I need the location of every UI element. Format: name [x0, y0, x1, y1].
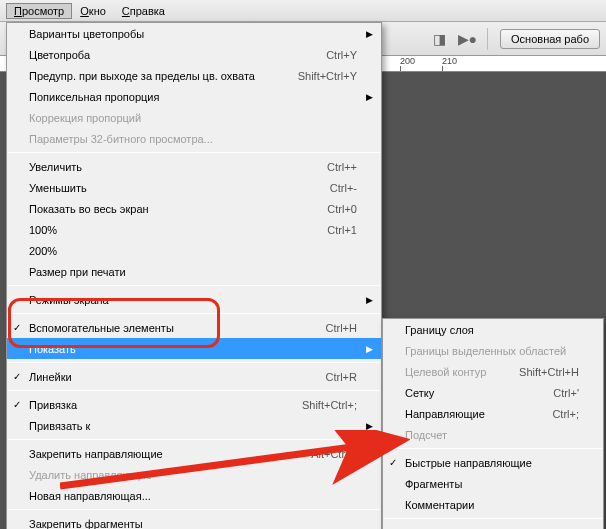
dropdown-item[interactable]: Закрепить направляющиеAlt+Ctrl+; — [7, 443, 381, 464]
menu-label: Целевой контур — [405, 366, 499, 378]
view-dropdown: Варианты цветопробы▶ЦветопробаCtrl+YПред… — [6, 22, 382, 529]
menu-label: Цветопроба — [29, 49, 306, 61]
menu-label: Границу слоя — [405, 324, 579, 336]
check-icon: ✓ — [389, 457, 397, 468]
menu-label: Комментарии — [405, 499, 579, 511]
dropdown-item[interactable]: Закрепить фрагменты — [7, 513, 381, 529]
menu-label: Режимы экрана — [29, 294, 357, 306]
menu-shortcut: Ctrl++ — [327, 161, 357, 173]
menu-shortcut: Ctrl+1 — [327, 224, 357, 236]
dropdown-item[interactable]: Показать во весь экранCtrl+0 — [7, 198, 381, 219]
menu-label: Вспомогательные элементы — [29, 322, 306, 334]
menu-shortcut: Ctrl+; — [552, 408, 579, 420]
dropdown-item[interactable]: ЦветопробаCtrl+Y — [7, 44, 381, 65]
menu-label: Закрепить фрагменты — [29, 518, 357, 530]
menu-window[interactable]: Окно — [72, 3, 114, 19]
submenu-arrow-icon: ▶ — [366, 29, 373, 39]
dropdown-item[interactable]: Привязать к▶ — [7, 415, 381, 436]
menu-label: Закрепить направляющие — [29, 448, 291, 460]
submenu-item: Границы выделенных областей — [383, 340, 603, 361]
dropdown-item[interactable]: Новая направляющая... — [7, 485, 381, 506]
dropdown-item: Параметры 32-битного просмотра... — [7, 128, 381, 149]
dropdown-item[interactable]: 100%Ctrl+1 — [7, 219, 381, 240]
menu-label: Фрагменты — [405, 478, 579, 490]
menu-label: Направляющие — [405, 408, 532, 420]
menu-shortcut: Shift+Ctrl+H — [519, 366, 579, 378]
menu-separator — [384, 448, 602, 449]
dropdown-item[interactable]: Варианты цветопробы▶ — [7, 23, 381, 44]
dropdown-item[interactable]: Показать▶ — [7, 338, 381, 359]
menu-shortcut: Ctrl+0 — [327, 203, 357, 215]
menu-shortcut: Ctrl+H — [326, 322, 357, 334]
submenu-item[interactable]: Границу слоя — [383, 319, 603, 340]
menu-shortcut: Ctrl+' — [553, 387, 579, 399]
menubar: Просмотр Окно Справка — [0, 0, 606, 22]
dropdown-item[interactable]: УвеличитьCtrl++ — [7, 156, 381, 177]
submenu-item: Целевой контурShift+Ctrl+H — [383, 361, 603, 382]
menu-label: Привязка — [29, 399, 282, 411]
menu-label: Коррекция пропорций — [29, 112, 357, 124]
menu-shortcut: Ctrl+- — [330, 182, 357, 194]
menu-separator — [8, 390, 380, 391]
check-icon: ✓ — [13, 322, 21, 333]
menu-shortcut: Shift+Ctrl+; — [302, 399, 357, 411]
ruler-tick: 210 — [442, 56, 457, 72]
dropdown-item[interactable]: 200% — [7, 240, 381, 261]
menu-label: Показать — [29, 343, 357, 355]
submenu-item: Сетка — [383, 522, 603, 529]
menu-separator — [8, 362, 380, 363]
menu-label: Варианты цветопробы — [29, 28, 357, 40]
menu-label: Показать во весь экран — [29, 203, 307, 215]
dropdown-item[interactable]: ✓ЛинейкиCtrl+R — [7, 366, 381, 387]
menu-label: Удалить направляющие — [29, 469, 357, 481]
dropdown-item[interactable]: ✓Вспомогательные элементыCtrl+H — [7, 317, 381, 338]
dropdown-item[interactable]: Размер при печати — [7, 261, 381, 282]
menu-label: Линейки — [29, 371, 306, 383]
dropdown-item[interactable]: Предупр. при выходе за пределы цв. охват… — [7, 65, 381, 86]
menu-separator — [8, 313, 380, 314]
menu-separator — [8, 285, 380, 286]
menu-separator — [8, 439, 380, 440]
menu-label: Быстрые направляющие — [405, 457, 579, 469]
dropdown-item[interactable]: Режимы экрана▶ — [7, 289, 381, 310]
show-submenu: Границу слояГраницы выделенных областейЦ… — [382, 318, 604, 529]
submenu-item: Подсчет — [383, 424, 603, 445]
dropdown-item[interactable]: Попиксельная пропорция▶ — [7, 86, 381, 107]
submenu-arrow-icon: ▶ — [366, 344, 373, 354]
menu-label: Подсчет — [405, 429, 579, 441]
menu-shortcut: Ctrl+Y — [326, 49, 357, 61]
separator — [487, 28, 488, 50]
menu-label: Предупр. при выходе за пределы цв. охват… — [29, 70, 278, 82]
submenu-item[interactable]: ✓Быстрые направляющие — [383, 452, 603, 473]
menu-shortcut: Alt+Ctrl+; — [311, 448, 357, 460]
menu-label: 200% — [29, 245, 357, 257]
dropdown-item[interactable]: УменьшитьCtrl+- — [7, 177, 381, 198]
menu-shortcut: Shift+Ctrl+Y — [298, 70, 357, 82]
check-icon: ✓ — [13, 399, 21, 410]
menu-shortcut: Ctrl+R — [326, 371, 357, 383]
menu-label: 100% — [29, 224, 307, 236]
submenu-item[interactable]: НаправляющиеCtrl+; — [383, 403, 603, 424]
menu-label: Сетку — [405, 387, 533, 399]
submenu-arrow-icon: ▶ — [366, 92, 373, 102]
view-icon[interactable]: ◨ — [433, 31, 446, 47]
submenu-item[interactable]: СеткуCtrl+' — [383, 382, 603, 403]
dropdown-item: Удалить направляющие — [7, 464, 381, 485]
menu-separator — [384, 518, 602, 519]
workspace-button[interactable]: Основная рабо — [500, 29, 600, 49]
menu-separator — [8, 509, 380, 510]
camera-icon[interactable]: ▶● — [458, 31, 477, 47]
menu-help[interactable]: Справка — [114, 3, 173, 19]
submenu-arrow-icon: ▶ — [366, 295, 373, 305]
check-icon: ✓ — [13, 371, 21, 382]
submenu-item[interactable]: Фрагменты — [383, 473, 603, 494]
menu-label: Уменьшить — [29, 182, 310, 194]
submenu-arrow-icon: ▶ — [366, 421, 373, 431]
dropdown-item[interactable]: ✓ПривязкаShift+Ctrl+; — [7, 394, 381, 415]
menu-separator — [8, 152, 380, 153]
dropdown-item: Коррекция пропорций — [7, 107, 381, 128]
menu-label: Попиксельная пропорция — [29, 91, 357, 103]
menu-view[interactable]: Просмотр — [6, 3, 72, 19]
menu-label: Параметры 32-битного просмотра... — [29, 133, 357, 145]
submenu-item[interactable]: Комментарии — [383, 494, 603, 515]
